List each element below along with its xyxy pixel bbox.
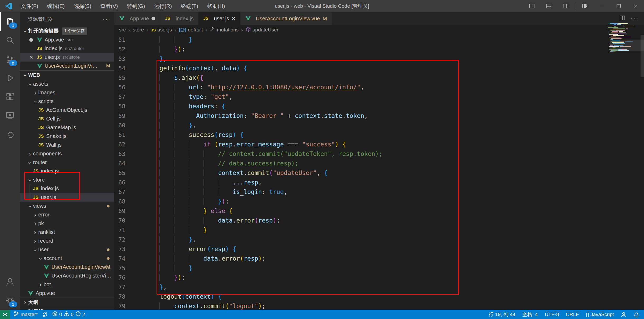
code-line[interactable]: 71 } [114,225,644,235]
code-line[interactable]: 67 is_login: true, [114,187,644,197]
tree-item[interactable]: › bot [20,280,114,289]
tree-item[interactable]: App.vue [20,289,114,298]
activity-search[interactable] [0,31,20,50]
open-editor-item[interactable]: JS index.js src\router [20,44,114,53]
breadcrumb-item[interactable]: mutations [210,27,239,33]
activity-run-debug[interactable] [0,68,20,87]
code-line[interactable]: 68 }); [114,197,644,206]
layout-customize-icon[interactable] [576,0,593,12]
tree-item[interactable]: › images [20,88,114,97]
scrollbar[interactable] [641,35,644,77]
code-line[interactable]: 65 context.commit("updateUser", { [114,168,644,178]
tab-App.vue[interactable]: App.vue [114,12,160,25]
activity-live-share[interactable] [0,125,20,144]
code-line[interactable]: 63 // context.commit("updateToken", resp… [114,149,644,159]
code-line[interactable]: 73 error(resp) { [114,244,644,254]
tree-item[interactable]: › pk [20,219,114,228]
breadcrumb-item[interactable]: [@]default [179,27,203,33]
code-line[interactable]: 53 }, [114,54,644,63]
code-line[interactable]: 78 logout(context) { [114,292,644,301]
code-line[interactable]: 64 // data.success(resp); [114,159,644,168]
open-editor-item[interactable]: App.vue src [20,35,114,44]
code-line[interactable]: 60 }, [114,121,644,130]
menu-item[interactable]: 运行(R) [149,0,176,12]
tab-user.js[interactable]: JSuser.js × [198,12,240,25]
breadcrumb-item[interactable]: src [119,27,126,33]
close-icon[interactable] [627,0,644,12]
tree-item[interactable]: JS Wall.js [20,141,114,149]
menu-item[interactable]: 编辑(E) [43,0,69,12]
tree-item[interactable]: › record [20,237,114,245]
cursor-position[interactable]: 行 19, 列 44 [489,311,515,318]
code-line[interactable]: 57 type: "get", [114,92,644,101]
breadcrumb-item[interactable]: store [133,27,144,33]
code-line[interactable]: 58 headers: { [114,101,644,111]
indentation[interactable]: 空格: 4 [522,311,538,318]
menu-item[interactable]: 选择(S) [69,0,96,12]
activity-account[interactable] [0,272,20,291]
code-line[interactable]: 56 url: "http://127.0.0.1:8080/user/acco… [114,82,644,92]
close-icon[interactable]: × [232,15,235,22]
tree-item[interactable]: › views [20,202,114,210]
code-line[interactable]: 75 } [114,263,644,273]
encoding[interactable]: UTF-8 [545,312,559,317]
open-editors-header[interactable]: › 打开的编辑器 1 个未保存 [20,26,114,35]
tree-item[interactable]: › store [20,175,114,184]
tree-item[interactable]: › user [20,245,114,254]
tree-item[interactable]: › error [20,210,114,219]
tree-item[interactable]: JS user.js [20,193,114,202]
more-actions-icon[interactable]: ··· [630,15,639,23]
menu-item[interactable]: 查看(V) [96,0,122,12]
activity-source-control[interactable]: 2 [0,50,20,68]
split-editor-icon[interactable] [619,15,626,22]
menu-item[interactable]: 终端(T) [176,0,203,12]
code-line[interactable]: 76 }); [114,273,644,282]
breadcrumb-item[interactable]: JSuser.js [151,27,172,33]
code-line[interactable]: 59 Authorization: "Bearer " + context.st… [114,111,644,121]
open-editor-item[interactable]: ×JS user.js src\store [20,53,114,62]
code-line[interactable]: 70 data.error(resp); [114,216,644,225]
tree-item[interactable]: › components [20,149,114,158]
code-line[interactable]: 72 }, [114,235,644,244]
code-line[interactable]: 79 context.commit("logout"); [114,301,644,310]
tree-item[interactable]: JS index.js [20,167,114,175]
menu-item[interactable]: 帮助(H) [203,0,230,12]
close-icon[interactable]: × [29,54,33,61]
open-editor-item[interactable]: UserAccountLoginView.vue M [20,62,114,70]
notifications-icon[interactable] [633,312,639,317]
activity-settings[interactable]: 1 [0,291,20,310]
timeline-section-header[interactable]: › 时间线 [20,307,114,310]
activity-remote-explorer[interactable] [0,106,20,125]
tree-item[interactable]: JS AcGameObject.js [20,106,114,114]
menu-item[interactable]: 文件(F) [16,0,43,12]
code-line[interactable]: 66 ...resp, [114,178,644,187]
code-line[interactable]: 51 } [114,35,644,44]
tree-item[interactable]: › scripts [20,97,114,106]
maximize-icon[interactable] [610,0,627,12]
layout-sidebar-right-icon[interactable] [557,0,574,12]
code-editor[interactable]: 51 }52 });53 },54 getinfo(context, data)… [114,35,644,310]
breadcrumb-item[interactable]: updateUser [246,27,278,33]
problems[interactable]: 0 0 2 [52,311,85,318]
code-line[interactable]: 55 $.ajax({ [114,73,644,82]
feedback-icon[interactable] [621,312,627,317]
code-line[interactable]: 52 }); [114,44,644,54]
tree-item[interactable]: › ranklist [20,228,114,237]
activity-extensions[interactable] [0,87,20,106]
layout-sidebar-icon[interactable] [523,0,540,12]
tree-item[interactable]: JS Cell.js [20,114,114,123]
tab-index.js[interactable]: JSindex.js [160,12,198,25]
code-line[interactable]: 74 data.error(resp); [114,254,644,263]
tree-item[interactable]: JS GameMap.js [20,123,114,132]
menu-item[interactable]: 转到(G) [122,0,150,12]
minimize-icon[interactable] [593,0,610,12]
code-line[interactable]: 77 }, [114,282,644,292]
tree-item[interactable]: UserAccountRegisterView.vue [20,271,114,280]
folder-section-header[interactable]: › WEB [20,70,114,80]
code-line[interactable]: 54 getinfo(context, data) { [114,63,644,73]
tree-item[interactable]: JS index.js [20,184,114,193]
git-branch[interactable]: master* [13,311,38,318]
tree-item[interactable]: › assets [20,80,114,88]
outline-section-header[interactable]: › 大纲 [20,298,114,307]
code-line[interactable]: 69 } else { [114,206,644,216]
